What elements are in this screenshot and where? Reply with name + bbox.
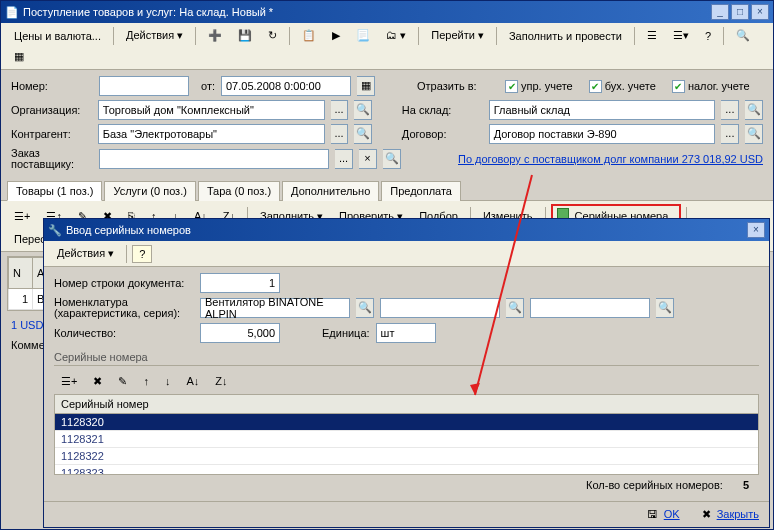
nom-search-icon[interactable]: 🔍: [356, 298, 374, 318]
count-label: Кол-во серийных номеров:: [586, 479, 723, 491]
tool-add-icon[interactable]: ➕: [201, 26, 229, 45]
qty-label: Количество:: [54, 327, 194, 339]
s-down-icon[interactable]: ↓: [158, 372, 178, 390]
window-title: Поступление товаров и услуг: На склад. Н…: [19, 6, 709, 18]
s-edit-icon[interactable]: ✎: [111, 372, 134, 391]
close-button[interactable]: Закрыть: [717, 508, 759, 521]
nalog-checkbox[interactable]: ✔налог. учете: [672, 80, 750, 93]
nom-label: Номенклатура (характеристика, серия):: [54, 297, 194, 319]
serial-row[interactable]: 1128323: [55, 465, 758, 475]
prices-menu[interactable]: Цены и валюта...: [7, 27, 108, 45]
org-field[interactable]: Торговый дом "Комплексный": [98, 100, 325, 120]
tabs: Товары (1 поз.) Услуги (0 поз.) Тара (0 …: [1, 180, 773, 201]
close-icon: ✖: [702, 508, 711, 521]
char-search-icon[interactable]: 🔍: [506, 298, 524, 318]
sklad-label: На склад:: [402, 104, 483, 116]
tool-form-icon[interactable]: 📃: [349, 26, 377, 45]
tool-copy-icon[interactable]: 📋: [295, 26, 323, 45]
minimize-button[interactable]: _: [711, 4, 729, 20]
goto-menu[interactable]: Перейти ▾: [424, 26, 491, 45]
nom-field[interactable]: Вентилятор BINATONE ALPIN: [200, 298, 350, 318]
serial-row[interactable]: 1128320: [55, 414, 758, 431]
org-select-button[interactable]: ...: [331, 100, 349, 120]
maximize-button[interactable]: □: [731, 4, 749, 20]
s-sort2-icon[interactable]: Z↓: [208, 372, 234, 390]
dialog-close-icon[interactable]: ×: [747, 222, 765, 238]
dialog-icon: 🔧: [48, 224, 62, 237]
s-add-icon[interactable]: ☰+: [54, 372, 84, 391]
serial-col[interactable]: Серийный номер: [55, 395, 758, 414]
qty-field[interactable]: 5,000: [200, 323, 280, 343]
dialog-title: Ввод серийных номеров: [62, 224, 745, 236]
tab-services[interactable]: Услуги (0 поз.): [104, 181, 195, 201]
ok-icon: 🖫: [647, 508, 658, 521]
close-button[interactable]: ×: [751, 4, 769, 20]
dogovor-label: Договор:: [402, 128, 483, 140]
dogovor-select-button[interactable]: ...: [721, 124, 739, 144]
org-label: Организация:: [11, 104, 92, 116]
actions-menu[interactable]: Действия ▾: [119, 26, 190, 45]
dialog-titlebar: 🔧 Ввод серийных номеров ×: [44, 219, 769, 241]
serial-row[interactable]: 1128322: [55, 448, 758, 465]
kontr-label: Контрагент:: [11, 128, 92, 140]
list2-icon[interactable]: ☰▾: [666, 26, 696, 45]
zakaz-label: Заказ поставщику:: [11, 148, 93, 170]
dialog-help-icon[interactable]: ?: [132, 245, 152, 263]
tab-extra[interactable]: Дополнительно: [282, 181, 379, 201]
kontr-search-icon[interactable]: 🔍: [354, 124, 372, 144]
org-search-icon[interactable]: 🔍: [354, 100, 372, 120]
upr-checkbox[interactable]: ✔упр. учете: [505, 80, 573, 93]
zakaz-field[interactable]: [99, 149, 329, 169]
list1-icon[interactable]: ☰: [640, 26, 664, 45]
char-field[interactable]: [380, 298, 500, 318]
tool-post-icon[interactable]: ▶: [325, 26, 347, 45]
date-picker-icon[interactable]: ▦: [357, 76, 375, 96]
col-n[interactable]: N: [9, 258, 33, 289]
dogovor-search-icon[interactable]: 🔍: [745, 124, 763, 144]
tool-struct-icon[interactable]: 🗂 ▾: [379, 26, 413, 45]
tab-goods[interactable]: Товары (1 поз.): [7, 181, 102, 201]
sklad-field[interactable]: Главный склад: [489, 100, 716, 120]
main-titlebar: 📄 Поступление товаров и услуг: На склад.…: [1, 1, 773, 23]
series-search-icon[interactable]: 🔍: [656, 298, 674, 318]
number-field[interactable]: [99, 76, 189, 96]
tab-prepay[interactable]: Предоплата: [381, 181, 461, 201]
s-up-icon[interactable]: ↑: [136, 372, 156, 390]
row-add-icon[interactable]: ☰+: [7, 207, 37, 226]
kontr-select-button[interactable]: ...: [331, 124, 349, 144]
s-del-icon[interactable]: ✖: [86, 372, 109, 391]
reflect-label: Отразить в:: [417, 80, 499, 92]
search-tool-icon[interactable]: 🔍: [729, 26, 757, 45]
debt-link[interactable]: По договору с поставщиком долг компании …: [458, 153, 763, 165]
line-label: Номер строки документа:: [54, 277, 194, 289]
header-form: Номер: от: 07.05.2008 0:00:00 ▦ Отразить…: [1, 70, 773, 180]
serial-section: Серийные номера: [54, 351, 759, 366]
unit-label: Единица:: [322, 327, 370, 339]
zakaz-search-icon[interactable]: 🔍: [383, 149, 401, 169]
zakaz-clear-icon[interactable]: ×: [359, 149, 377, 169]
unit-field[interactable]: шт: [376, 323, 436, 343]
app-icon: 📄: [5, 6, 19, 19]
sklad-select-button[interactable]: ...: [721, 100, 739, 120]
tab-tare[interactable]: Тара (0 поз.): [198, 181, 280, 201]
dialog-actions-menu[interactable]: Действия ▾: [50, 244, 121, 263]
buh-checkbox[interactable]: ✔бух. учете: [589, 80, 656, 93]
fill-post-button[interactable]: Заполнить и провести: [502, 27, 629, 45]
count-value: 5: [743, 479, 749, 491]
line-field[interactable]: 1: [200, 273, 280, 293]
kontr-field[interactable]: База "Электротовары": [98, 124, 325, 144]
date-field[interactable]: 07.05.2008 0:00:00: [221, 76, 351, 96]
ok-button[interactable]: OK: [664, 508, 680, 521]
table-tool-icon[interactable]: ▦: [7, 47, 31, 66]
tool-save-icon[interactable]: 💾: [231, 26, 259, 45]
dialog-toolbar: Действия ▾ ?: [44, 241, 769, 267]
s-sort1-icon[interactable]: A↓: [179, 372, 206, 390]
help-icon[interactable]: ?: [698, 27, 718, 45]
dogovor-field[interactable]: Договор поставки Э-890: [489, 124, 716, 144]
serial-row[interactable]: 1128321: [55, 431, 758, 448]
tool-refresh-icon[interactable]: ↻: [261, 26, 284, 45]
zakaz-select-button[interactable]: ...: [335, 149, 353, 169]
from-label: от:: [195, 80, 215, 92]
series-field[interactable]: [530, 298, 650, 318]
sklad-search-icon[interactable]: 🔍: [745, 100, 763, 120]
